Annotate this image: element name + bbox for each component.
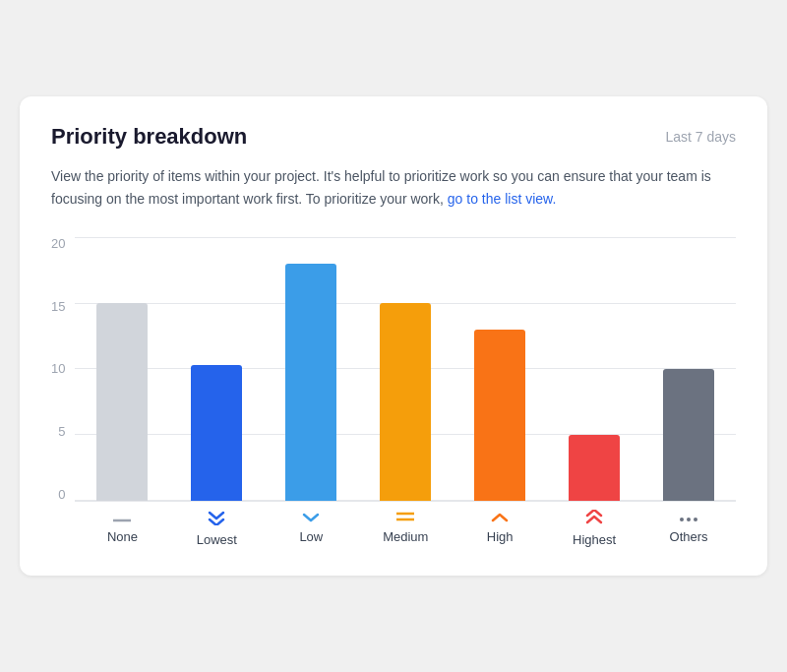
- lowest-icon: [208, 510, 225, 528]
- none-label: None: [107, 529, 138, 544]
- chart-main: NoneLowestLowMediumHighHighestOthers: [75, 237, 736, 552]
- priority-breakdown-card: Priority breakdown Last 7 days View the …: [20, 96, 767, 576]
- chart-area: 20151050 NoneLowestLowMediumHighHighestO…: [51, 237, 736, 552]
- y-axis: 20151050: [51, 237, 75, 552]
- high-icon: [491, 510, 509, 525]
- x-group-none: None: [75, 502, 169, 547]
- y-axis-label: 0: [58, 488, 65, 501]
- x-group-low: Low: [264, 502, 358, 547]
- bar-lowest: [191, 365, 242, 501]
- others-label: Others: [670, 529, 708, 544]
- bar-highest: [569, 435, 620, 501]
- svg-point-3: [680, 518, 684, 521]
- x-group-high: High: [453, 502, 547, 547]
- bar-medium: [380, 303, 431, 501]
- x-axis: NoneLowestLowMediumHighHighestOthers: [75, 501, 736, 547]
- y-axis-label: 20: [51, 237, 65, 250]
- description-text: View the priority of items within your p…: [51, 168, 711, 206]
- medium-icon: [396, 510, 414, 525]
- bar-low: [285, 264, 336, 501]
- low-icon: [302, 510, 320, 525]
- svg-point-5: [694, 518, 697, 521]
- highest-icon: [585, 510, 603, 528]
- y-axis-label: 10: [51, 362, 65, 375]
- x-group-lowest: Lowest: [169, 502, 264, 547]
- bar-none: [96, 303, 148, 501]
- bar-group: [264, 237, 358, 501]
- bar-group: [453, 237, 547, 501]
- high-label: High: [487, 529, 514, 544]
- bars-container: [75, 237, 736, 501]
- svg-point-4: [687, 518, 691, 521]
- others-icon: [680, 510, 697, 525]
- list-view-link[interactable]: go to the list view.: [448, 191, 557, 207]
- x-group-medium: Medium: [358, 502, 453, 547]
- date-range: Last 7 days: [665, 129, 736, 145]
- card-title: Priority breakdown: [51, 124, 247, 150]
- bar-group: [641, 237, 736, 501]
- bar-high: [474, 330, 525, 501]
- bar-group: [358, 237, 453, 501]
- x-group-others: Others: [641, 502, 736, 547]
- card-description: View the priority of items within your p…: [51, 165, 736, 210]
- y-axis-label: 15: [51, 300, 65, 313]
- x-group-highest: Highest: [547, 502, 641, 547]
- y-axis-label: 5: [58, 425, 65, 438]
- lowest-label: Lowest: [197, 532, 237, 547]
- highest-label: Highest: [573, 532, 616, 547]
- bar-group: [75, 237, 169, 501]
- none-icon: [113, 510, 131, 525]
- card-header: Priority breakdown Last 7 days: [51, 124, 736, 150]
- bar-group: [547, 237, 641, 501]
- bar-others: [663, 369, 714, 501]
- bar-group: [169, 237, 264, 501]
- low-label: Low: [299, 529, 323, 544]
- medium-label: Medium: [383, 529, 428, 544]
